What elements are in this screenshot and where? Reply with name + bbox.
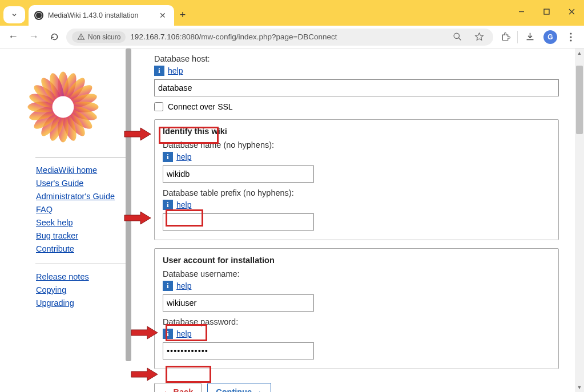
vertical-scrollbar[interactable]: ▲ ▼ [575, 49, 584, 392]
sidebar-link[interactable]: Copying [36, 285, 120, 294]
annotation-box [166, 366, 211, 383]
reload-button[interactable] [46, 29, 63, 46]
browser-titlebar: MediaWiki 1.43.0 installation ✕ + [0, 0, 584, 26]
sidebar-link[interactable]: Seek help [36, 218, 120, 227]
svg-point-8 [570, 33, 571, 34]
svg-line-7 [458, 38, 461, 40]
scroll-up-icon[interactable]: ▲ [575, 49, 584, 58]
sidebar-link[interactable]: Bug tracker [36, 231, 120, 240]
help-link[interactable]: help [176, 200, 191, 209]
svg-point-9 [570, 36, 571, 38]
db-host-label: Database host: [154, 54, 559, 63]
browser-toolbar: ← → Non sicuro 192.168.7.106:8080/mw-con… [0, 26, 584, 49]
user-title: User account for installation [163, 256, 550, 265]
sidebar-scrollbar[interactable] [126, 49, 131, 361]
db-pass-label: Database password: [163, 317, 550, 326]
sidebar-links-b: Release notes Copying Upgrading [6, 272, 120, 308]
close-window-button[interactable] [559, 0, 584, 23]
separator [517, 31, 518, 43]
back-button[interactable]: ← [5, 29, 22, 46]
db-name-input[interactable] [163, 165, 314, 183]
warning-icon [77, 33, 85, 41]
tab-title: MediaWiki 1.43.0 installation [48, 11, 152, 19]
annotation-arrow [123, 211, 152, 225]
annotation-box [166, 209, 203, 227]
db-host-block: Database host: i help [154, 54, 559, 96]
info-icon[interactable]: i [163, 152, 173, 162]
info-icon[interactable]: i [163, 281, 173, 291]
db-user-label: Database username: [163, 269, 550, 278]
db-pass-input[interactable] [163, 342, 314, 359]
db-user-input[interactable] [163, 294, 314, 312]
sidebar-divider [35, 157, 127, 157]
window-controls [509, 0, 584, 23]
user-account-fieldset: User account for installation Database u… [154, 248, 559, 369]
mediawiki-logo [25, 68, 102, 146]
page-content: MediaWiki home User's Guide Administrato… [0, 49, 575, 392]
security-label: Non sicuro [88, 33, 120, 41]
extensions-icon[interactable] [497, 29, 514, 46]
zoom-icon[interactable] [449, 29, 466, 46]
close-tab-icon[interactable]: ✕ [157, 10, 168, 21]
sidebar: MediaWiki home User's Guide Administrato… [0, 49, 131, 392]
ssl-label: Connect over SSL [168, 102, 233, 111]
security-chip[interactable]: Non sicuro [72, 31, 126, 43]
sidebar-link[interactable]: Contribute [36, 244, 120, 253]
annotation-arrow [130, 367, 159, 382]
svg-point-5 [80, 38, 81, 38]
mediawiki-favicon [34, 11, 43, 20]
page-viewport: ▲ ▼ [0, 49, 584, 392]
sidebar-divider [35, 264, 127, 264]
tab-search-button[interactable] [3, 6, 25, 23]
db-host-input[interactable] [154, 79, 559, 96]
back-install-button[interactable]: ← Back [154, 383, 202, 392]
sidebar-link[interactable]: MediaWiki home [36, 165, 120, 175]
sidebar-link[interactable]: Administrator's Guide [36, 192, 120, 201]
forward-button[interactable]: → [25, 29, 42, 46]
nav-buttons: ← Back Continue → [154, 383, 559, 392]
db-name-label: Database name (no hyphens): [163, 140, 550, 149]
table-prefix-label: Database table prefix (no hyphens): [163, 188, 550, 197]
annotation-arrow [130, 325, 159, 340]
sidebar-link[interactable]: Release notes [36, 272, 120, 281]
help-link[interactable]: help [176, 281, 191, 290]
svg-point-6 [454, 33, 459, 38]
browser-tab[interactable]: MediaWiki 1.43.0 installation ✕ [29, 5, 174, 26]
annotation-arrow [123, 127, 152, 142]
ssl-row: Connect over SSL [154, 102, 559, 111]
sidebar-links-a: MediaWiki home User's Guide Administrato… [6, 165, 120, 253]
info-icon[interactable]: i [163, 200, 173, 210]
minimize-button[interactable] [509, 0, 534, 23]
continue-button[interactable]: Continue → [207, 383, 271, 392]
help-link[interactable]: help [168, 66, 183, 75]
svg-point-10 [570, 39, 571, 41]
sidebar-link[interactable]: Upgrading [36, 298, 120, 308]
scrollbar-thumb[interactable] [576, 66, 583, 134]
url-bar[interactable]: Non sicuro 192.168.7.106:8080/mw-config/… [66, 29, 493, 46]
menu-icon[interactable] [562, 29, 579, 46]
annotation-box [166, 324, 207, 341]
bookmark-icon[interactable] [470, 29, 488, 46]
sidebar-link[interactable]: FAQ [36, 205, 120, 214]
info-icon[interactable]: i [154, 66, 164, 76]
maximize-button[interactable] [534, 0, 559, 23]
scroll-down-icon[interactable]: ▼ [575, 383, 584, 392]
profile-avatar[interactable]: G [542, 29, 559, 46]
help-link[interactable]: help [176, 152, 191, 161]
downloads-icon[interactable] [521, 29, 538, 46]
new-tab-button[interactable]: + [174, 6, 191, 23]
sidebar-link[interactable]: User's Guide [36, 179, 120, 188]
svg-point-12 [52, 96, 74, 118]
identify-title: Identify this wiki [163, 127, 550, 136]
ssl-checkbox[interactable] [154, 102, 163, 111]
annotation-box [159, 127, 219, 144]
svg-rect-1 [544, 9, 549, 14]
url-text: 192.168.7.106:8080/mw-config/index.php?p… [130, 33, 444, 41]
